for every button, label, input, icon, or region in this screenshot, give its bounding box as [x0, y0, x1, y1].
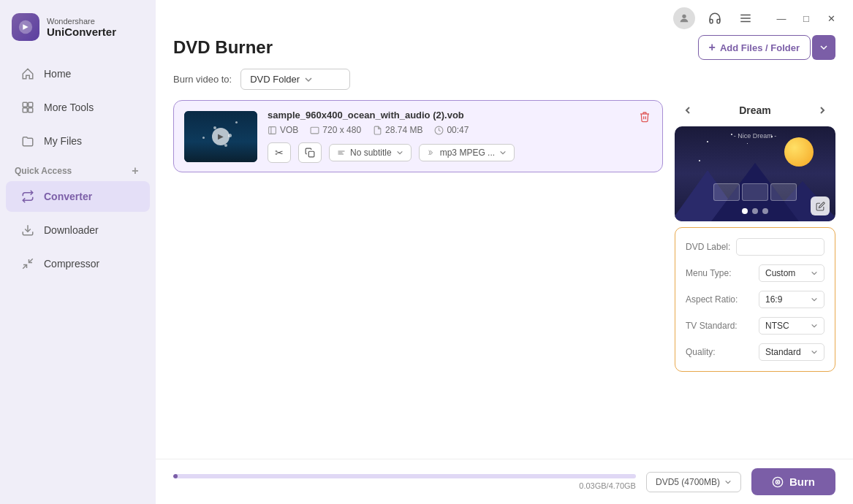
add-files-button[interactable]: + Add Files / Folder — [698, 35, 811, 60]
add-files-dropdown-button[interactable] — [812, 35, 835, 60]
menu-type-chevron-icon — [811, 270, 818, 277]
file-size: 28.74 MB — [373, 125, 422, 135]
theme-prev-button[interactable] — [678, 100, 698, 121]
disc-value: DVD5 (4700MB) — [656, 477, 720, 487]
add-files-label: Add Files / Folder — [720, 42, 800, 53]
aspect-ratio-label: Aspect Ratio: — [686, 294, 738, 305]
sidebar-item-my-files-label: My Files — [44, 135, 82, 147]
progress-info: 0.03GB/4.70GB — [173, 481, 636, 490]
home-icon — [20, 66, 35, 81]
svg-rect-16 — [308, 151, 314, 157]
tv-standard-row: TV Standard: NTSC — [686, 317, 824, 335]
progress-fill — [173, 474, 178, 478]
resolution-icon — [310, 126, 319, 135]
theme-name: Dream — [739, 104, 771, 116]
sidebar-item-compressor[interactable]: Compressor — [6, 248, 150, 279]
aspect-ratio-row: Aspect Ratio: 16:9 — [686, 291, 824, 308]
file-resolution: 720 x 480 — [310, 125, 361, 135]
svg-point-8 — [682, 15, 686, 18]
dvd-label-label: DVD Label: — [686, 242, 730, 252]
theme-nav: Dream — [675, 100, 835, 126]
close-button[interactable]: ✕ — [821, 8, 841, 28]
file-thumbnail: ▶ — [184, 111, 257, 162]
burn-to-row: Burn video to: DVD Folder — [156, 69, 853, 100]
menu-icon[interactable] — [735, 7, 757, 29]
svg-rect-4 — [29, 108, 33, 112]
file-meta: VOB 720 x 480 — [268, 125, 652, 135]
copy-button[interactable] — [298, 142, 322, 163]
theme-dot-3 — [762, 208, 768, 214]
main-content: — □ ✕ DVD Burner + Add Files / Folder Bu… — [156, 0, 853, 504]
minimize-button[interactable]: — — [771, 8, 792, 28]
sidebar-nav: Home More Tools My Files — [0, 53, 156, 285]
my-files-icon — [20, 134, 35, 148]
quality-select[interactable]: Standard — [759, 343, 824, 361]
quick-access-label: Quick Access — [15, 166, 72, 176]
thumb-mini-1 — [713, 183, 740, 201]
tv-standard-select[interactable]: NTSC — [759, 317, 824, 335]
file-info: sample_960x400_ocean_with_audio (2).vob … — [268, 110, 652, 163]
sidebar-item-more-tools-label: More Tools — [44, 102, 94, 113]
disc-chevron-icon — [724, 478, 732, 486]
sidebar-item-converter[interactable]: Converter — [6, 181, 150, 212]
cut-button[interactable]: ✂ — [268, 142, 291, 163]
subtitle-select[interactable]: No subtitle — [329, 144, 412, 161]
bottom-bar: 0.03GB/4.70GB DVD5 (4700MB) Burn — [156, 459, 853, 504]
menu-type-label: Menu Type: — [686, 268, 731, 278]
logo-text: Wondershare UniConverter — [47, 17, 116, 38]
sidebar-item-more-tools[interactable]: More Tools — [6, 92, 150, 123]
settings-panel: DVD Label: Menu Type: Custom Aspect Ra — [675, 227, 835, 372]
progress-bar-area: 0.03GB/4.70GB — [173, 474, 636, 490]
page-header: DVD Burner + Add Files / Folder — [156, 29, 853, 69]
disc-select[interactable]: DVD5 (4700MB) — [646, 472, 741, 492]
maximize-button[interactable]: □ — [796, 8, 816, 28]
moon-decoration — [784, 137, 814, 167]
menu-type-select[interactable]: Custom — [759, 264, 824, 282]
sidebar-item-downloader[interactable]: Downloader — [6, 215, 150, 245]
svg-rect-2 — [29, 102, 33, 107]
svg-rect-12 — [269, 126, 276, 134]
svg-rect-14 — [311, 127, 319, 134]
thumb-mini-2 — [742, 183, 768, 201]
file-duration: 00:47 — [434, 125, 469, 135]
size-icon — [373, 126, 382, 135]
headset-icon[interactable] — [704, 7, 726, 29]
burn-label: Burn — [789, 476, 815, 488]
sidebar-item-home[interactable]: Home — [6, 58, 150, 89]
sidebar-item-my-files[interactable]: My Files — [6, 126, 150, 156]
user-avatar-icon[interactable] — [673, 7, 695, 29]
aspect-ratio-select[interactable]: 16:9 — [759, 291, 824, 308]
burn-button[interactable]: Burn — [751, 468, 835, 495]
logo-brand: Wondershare — [47, 17, 116, 26]
window-controls: — □ ✕ — [771, 8, 841, 28]
audio-select[interactable]: mp3 MPEG ... — [419, 144, 515, 161]
svg-point-23 — [777, 481, 778, 482]
sidebar-item-compressor-label: Compressor — [44, 258, 99, 270]
delete-file-button[interactable] — [636, 108, 653, 126]
svg-rect-1 — [23, 102, 27, 107]
tv-standard-value: NTSC — [765, 321, 789, 331]
svg-line-6 — [23, 265, 26, 269]
theme-preview: - Nice Dream - — [675, 126, 835, 221]
quality-chevron-icon — [811, 348, 818, 356]
burn-to-value: DVD Folder — [250, 74, 300, 85]
thumb-mini-3 — [770, 183, 797, 201]
converter-icon — [20, 189, 35, 204]
file-format-value: VOB — [280, 125, 298, 135]
compressor-icon — [20, 256, 35, 271]
theme-edit-button[interactable] — [811, 196, 830, 215]
sidebar-item-downloader-label: Downloader — [44, 224, 99, 236]
dvd-label-input[interactable] — [736, 238, 824, 256]
aspect-ratio-value: 16:9 — [765, 294, 782, 305]
quick-access-add-btn[interactable]: + — [129, 165, 141, 177]
quality-row: Quality: Standard — [686, 343, 824, 361]
logo-name: UniConverter — [47, 26, 116, 38]
burn-to-label: Burn video to: — [173, 74, 232, 85]
theme-dots — [742, 208, 768, 214]
theme-next-button[interactable] — [812, 100, 833, 121]
quality-label: Quality: — [686, 347, 716, 357]
burn-to-select[interactable]: DVD Folder — [240, 69, 350, 90]
progress-bar — [173, 474, 636, 478]
subtitle-chevron-icon — [396, 149, 403, 156]
aspect-ratio-chevron-icon — [811, 296, 818, 303]
